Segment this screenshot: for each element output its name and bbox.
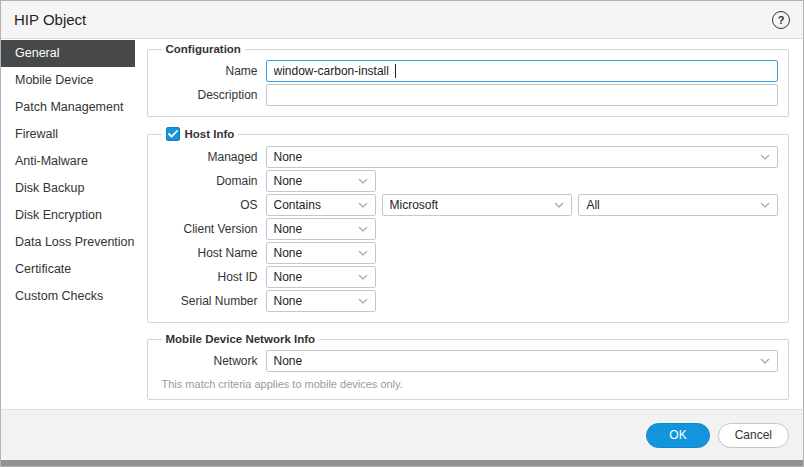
client-version-row: Client Version None	[158, 218, 778, 240]
host-info-section: Host Info Managed None Domain None	[147, 127, 789, 323]
chevron-down-icon	[358, 202, 368, 208]
chevron-down-icon	[358, 226, 368, 232]
ok-button[interactable]: OK	[646, 423, 709, 448]
os-version-select-value: All	[586, 198, 599, 212]
serial-number-select-value: None	[274, 294, 303, 308]
os-row: OS Contains Microsoft	[158, 194, 778, 216]
configuration-section: Configuration Name Description	[147, 43, 789, 117]
os-match-select[interactable]: Contains	[266, 194, 376, 216]
dialog-header: HIP Object ?	[1, 1, 803, 39]
os-controls: Contains Microsoft All	[266, 194, 778, 216]
serial-number-row: Serial Number None	[158, 290, 778, 312]
serial-number-select[interactable]: None	[266, 290, 376, 312]
domain-select-value: None	[274, 174, 303, 188]
managed-label: Managed	[158, 150, 258, 164]
managed-select[interactable]: None	[266, 146, 778, 168]
host-id-select-value: None	[274, 270, 303, 284]
host-id-row: Host ID None	[158, 266, 778, 288]
network-select[interactable]: None	[266, 350, 778, 372]
domain-select[interactable]: None	[266, 170, 376, 192]
text-caret	[395, 64, 396, 78]
host-info-checkbox[interactable]	[166, 127, 180, 141]
sidebar-item-firewall[interactable]: Firewall	[1, 121, 135, 148]
os-vendor-select-value: Microsoft	[390, 198, 439, 212]
dialog-footer: OK Cancel	[1, 409, 803, 460]
chevron-down-icon	[358, 250, 368, 256]
chevron-down-icon	[358, 298, 368, 304]
chevron-down-icon	[760, 358, 770, 364]
description-row: Description	[158, 84, 778, 106]
dialog-body: General Mobile Device Patch Management F…	[1, 39, 803, 409]
os-vendor-select[interactable]: Microsoft	[382, 194, 573, 216]
mobile-network-section: Mobile Device Network Info Network None …	[147, 333, 789, 400]
client-version-label: Client Version	[158, 222, 258, 236]
sidebar: General Mobile Device Patch Management F…	[1, 39, 135, 409]
check-icon	[168, 130, 178, 138]
domain-row: Domain None	[158, 170, 778, 192]
description-input[interactable]	[266, 84, 778, 106]
serial-number-label: Serial Number	[158, 294, 258, 308]
name-input[interactable]	[266, 60, 778, 82]
chevron-down-icon	[358, 274, 368, 280]
managed-row: Managed None	[158, 146, 778, 168]
dialog-title: HIP Object	[14, 11, 86, 28]
main-content: Configuration Name Description	[135, 39, 803, 409]
host-name-label: Host Name	[158, 246, 258, 260]
chevron-down-icon	[554, 202, 564, 208]
network-select-value: None	[274, 354, 303, 368]
name-input-wrap	[266, 60, 778, 82]
host-id-label: Host ID	[158, 270, 258, 284]
os-match-select-value: Contains	[274, 198, 321, 212]
sidebar-item-disk-backup[interactable]: Disk Backup	[1, 175, 135, 202]
network-label: Network	[158, 354, 258, 368]
mobile-network-legend: Mobile Device Network Info	[162, 333, 320, 345]
sidebar-item-patch-management[interactable]: Patch Management	[1, 94, 135, 121]
host-name-select[interactable]: None	[266, 242, 376, 264]
description-input-wrap	[266, 84, 778, 106]
sidebar-item-anti-malware[interactable]: Anti-Malware	[1, 148, 135, 175]
chevron-down-icon	[760, 154, 770, 160]
mobile-note: This match criteria applies to mobile de…	[162, 378, 778, 390]
host-id-select[interactable]: None	[266, 266, 376, 288]
os-version-select[interactable]: All	[578, 194, 778, 216]
description-label: Description	[158, 88, 258, 102]
sidebar-item-mobile-device[interactable]: Mobile Device	[1, 67, 135, 94]
domain-label: Domain	[158, 174, 258, 188]
os-label: OS	[158, 198, 258, 212]
host-name-row: Host Name None	[158, 242, 778, 264]
name-row: Name	[158, 60, 778, 82]
configuration-legend: Configuration	[162, 43, 245, 55]
sidebar-item-general[interactable]: General	[1, 40, 135, 67]
name-label: Name	[158, 64, 258, 78]
host-info-legend: Host Info	[162, 127, 239, 141]
client-version-select-value: None	[274, 222, 303, 236]
managed-select-value: None	[274, 150, 303, 164]
host-name-select-value: None	[274, 246, 303, 260]
sidebar-item-custom-checks[interactable]: Custom Checks	[1, 283, 135, 310]
chevron-down-icon	[760, 202, 770, 208]
hip-object-dialog: HIP Object ? General Mobile Device Patch…	[0, 0, 804, 467]
sidebar-item-disk-encryption[interactable]: Disk Encryption	[1, 202, 135, 229]
sidebar-item-certificate[interactable]: Certificate	[1, 256, 135, 283]
mobile-network-legend-text: Mobile Device Network Info	[166, 333, 316, 345]
window-bottom-edge	[1, 460, 803, 466]
host-info-legend-text: Host Info	[185, 128, 235, 140]
network-row: Network None	[158, 350, 778, 372]
help-icon[interactable]: ?	[772, 11, 790, 29]
chevron-down-icon	[358, 178, 368, 184]
sidebar-item-data-loss-prevention[interactable]: Data Loss Prevention	[1, 229, 135, 256]
configuration-legend-text: Configuration	[166, 43, 241, 55]
cancel-button[interactable]: Cancel	[718, 423, 789, 448]
client-version-select[interactable]: None	[266, 218, 376, 240]
